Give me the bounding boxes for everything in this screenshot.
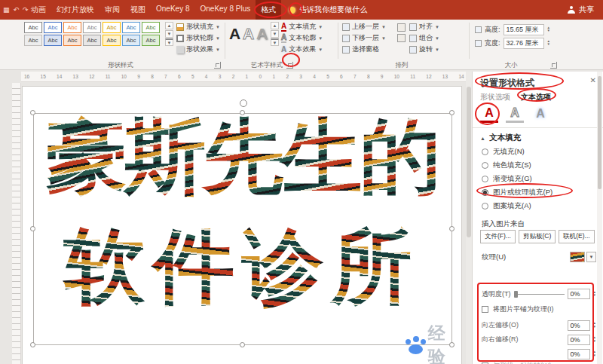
ribbon-button[interactable]: 形状填充 ▼ [176, 21, 220, 32]
ruler-number: 3 [299, 74, 302, 79]
undo-icon[interactable]: ↶ [14, 6, 20, 14]
panel-tab[interactable]: 文本选项 [521, 92, 551, 102]
panel-tab[interactable]: 形状选项 [480, 92, 510, 102]
transparency-spinner[interactable]: ▲▼ [593, 291, 596, 298]
tile-picture-checkbox[interactable]: 将图片平铺为纹理(I) [482, 304, 554, 314]
align-grid-icon[interactable] [397, 34, 406, 42]
ribbon-button[interactable]: A 文本轮廓 ▼ [281, 32, 323, 44]
width-spinner[interactable]: ▲▼ [547, 40, 550, 47]
shape-style-thumbnail[interactable]: Abc [103, 22, 121, 33]
offset-value[interactable]: 0% [568, 320, 590, 331]
wordart-style-thumbnail[interactable]: A [256, 21, 268, 46]
fill-option-radio[interactable]: 纯色填充(S) [482, 158, 552, 172]
gallery-up-icon[interactable]: ▲ [165, 22, 173, 29]
ribbon-tab[interactable]: 审阅 [99, 0, 125, 20]
shape-style-thumbnail[interactable]: Abc [63, 22, 81, 33]
gallery-down-icon[interactable]: ▼ [271, 30, 279, 38]
shape-style-thumbnail[interactable]: Abc [103, 35, 121, 46]
text-effects-icon[interactable]: A [506, 105, 524, 123]
fill-option-radio[interactable]: 渐变填充(G) [482, 172, 552, 185]
offset-spinner[interactable]: ▲▼ [593, 350, 596, 357]
shape-style-thumbnail[interactable]: Abc [122, 22, 140, 33]
close-icon[interactable]: ✕ [590, 76, 596, 84]
texture-preview-swatch[interactable] [570, 252, 585, 262]
ribbon-tab[interactable]: OneKey 8 [151, 0, 194, 20]
shape-style-thumbnail[interactable]: Abc [83, 35, 101, 46]
wordart-style-thumbnail[interactable]: A [228, 21, 241, 46]
height-spinner[interactable]: ▲▼ [547, 26, 550, 33]
offset-value[interactable]: 0% [568, 349, 590, 359]
gallery-more-icon[interactable]: ▼ [165, 38, 173, 46]
arrange-stack: 上移一层 ▼ 下移一层 ▼ 选择窗格 [342, 21, 386, 55]
shape-style-thumbnail[interactable]: Abc [83, 22, 101, 33]
shape-style-thumbnail[interactable]: Abc [24, 35, 42, 46]
wordart-text-line2[interactable]: 软件诊所 [23, 224, 461, 309]
ribbon-tab[interactable]: 动画 [26, 0, 51, 20]
ribbon-tab[interactable]: 视图 [125, 0, 151, 20]
ribbon-button[interactable]: 下移一层 ▼ [342, 32, 386, 44]
gallery-up-icon[interactable]: ▲ [271, 22, 279, 29]
slide-canvas[interactable]: 豪斯先生的 软件诊所 经验 [23, 87, 461, 364]
share-button[interactable]: 共享 [568, 5, 603, 15]
section-label: 文本填充 [489, 133, 521, 143]
ribbon-tab[interactable]: 幻灯片放映 [51, 0, 99, 20]
fill-option-radio[interactable]: 图案填充(A) [482, 199, 552, 213]
insert-picture-from-label: 插入图片来自 [482, 219, 525, 229]
transparency-slider[interactable] [514, 289, 565, 298]
insert-source-button[interactable]: 文件(F)... [480, 230, 516, 243]
shape-style-thumbnail[interactable]: Abc [63, 35, 81, 46]
ribbon-button[interactable]: 选择窗格 [342, 44, 386, 55]
texture-dropdown-icon[interactable]: ▼ [586, 252, 596, 262]
size-dialog-launcher-icon[interactable] [550, 62, 557, 69]
selection-handle[interactable] [240, 342, 245, 347]
ribbon-button[interactable]: 上移一层 ▼ [342, 21, 386, 32]
fill-option-radio[interactable]: 无填充(N) [482, 145, 552, 158]
save-icon[interactable]: ▦ [3, 6, 10, 14]
ribbon-button[interactable]: 组合 ▼ [409, 32, 439, 44]
texture-row: 纹理(U) ▼ [482, 252, 596, 262]
ribbon-button[interactable]: 形状效果 ▼ [176, 44, 220, 55]
width-field[interactable]: 32.76 厘米 [504, 38, 544, 49]
ruler-number: 8 [367, 74, 370, 79]
text-fill-outline-icon[interactable]: A [480, 105, 498, 123]
offset-value[interactable]: 0% [568, 335, 590, 345]
chevron-down-icon: ▼ [435, 25, 439, 29]
shape-style-thumbnail[interactable]: Abc [24, 22, 42, 33]
wordart-dialog-launcher-icon[interactable] [286, 62, 293, 69]
height-field[interactable]: 15.65 厘米 [504, 24, 544, 35]
align-grid-icon[interactable] [397, 23, 406, 32]
ribbon-button[interactable]: A 文本效果 ▼ [281, 44, 323, 55]
insert-source-button[interactable]: 剪贴板(C) [519, 230, 556, 243]
shape-style-thumbnail[interactable]: Abc [142, 22, 160, 33]
ribbon-button[interactable]: 旋转 ▼ [409, 44, 439, 55]
text-fill-section-header[interactable]: ▲ 文本填充 [480, 133, 521, 143]
ribbon-button[interactable]: A 文本填充 ▼ [281, 21, 323, 32]
gallery-more-icon[interactable]: ▼ [271, 38, 279, 46]
ribbon-tab[interactable]: 格式 [256, 0, 281, 20]
panel-scrollbar-thumb[interactable] [598, 76, 601, 189]
canvas-scrollbar-thumb[interactable] [467, 87, 471, 237]
selection-handle[interactable] [30, 342, 35, 347]
offset-spinner[interactable]: ▲▼ [593, 322, 596, 329]
gallery-down-icon[interactable]: ▼ [165, 30, 173, 38]
rotate-handle-icon[interactable] [240, 99, 247, 107]
rotate-with-shape-checkbox[interactable]: 与形状一起旋转(W) [482, 361, 552, 364]
shape-style-thumbnail[interactable]: Abc [44, 22, 62, 33]
ribbon-tab[interactable]: OneKey 8 Plus [194, 0, 256, 20]
shape-style-thumbnail[interactable]: Abc [142, 35, 160, 46]
shape-style-thumbnail[interactable]: Abc [122, 35, 140, 46]
ribbon-button[interactable]: 形状轮廓 ▼ [176, 32, 220, 44]
offset-spinner[interactable]: ▲▼ [593, 336, 596, 343]
fill-option-radio[interactable]: 图片或纹理填充(P) [482, 185, 552, 199]
tell-me-box[interactable]: 告诉我你想要做什么 [289, 5, 367, 15]
ribbon-button[interactable]: 对齐 ▼ [409, 21, 439, 32]
transparency-value[interactable]: 0% [568, 289, 590, 299]
shape-styles-dialog-launcher-icon[interactable] [214, 62, 221, 69]
shape-style-thumbnail[interactable]: Abc [44, 35, 62, 46]
insert-source-button[interactable]: 联机(E)... [559, 230, 594, 243]
wordart-style-thumbnail[interactable]: A [242, 21, 255, 46]
chevron-down-icon: ▼ [381, 36, 386, 41]
ruler-number: 2 [286, 74, 289, 79]
wordart-text-line1[interactable]: 豪斯先生的 [23, 114, 461, 199]
textbox-layout-icon[interactable]: A [531, 105, 549, 123]
